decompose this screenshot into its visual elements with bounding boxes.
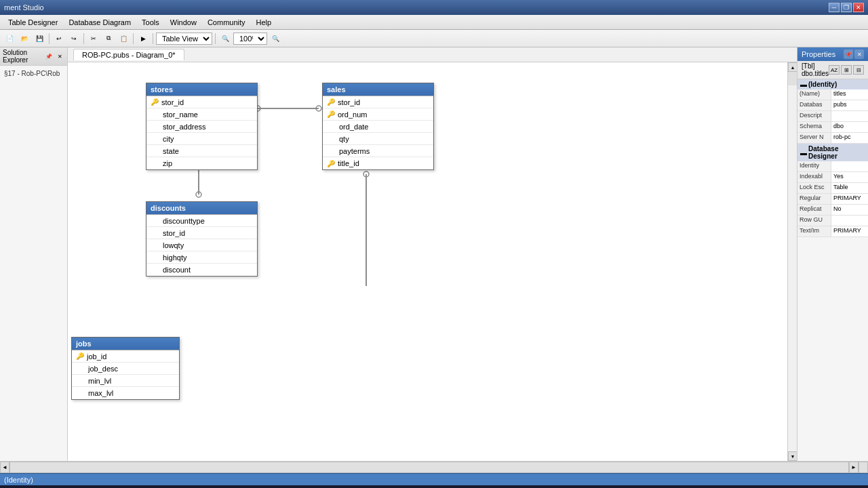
- scroll-left-button[interactable]: ◄: [0, 462, 9, 473]
- diagram-canvas[interactable]: stores 🔑 stor_id stor_name stor_address: [68, 62, 797, 461]
- prop-close[interactable]: ✕: [854, 49, 864, 59]
- minimize-button[interactable]: ─: [829, 3, 840, 12]
- left-panel-pin[interactable]: 📌: [44, 52, 54, 61]
- prop-value-name[interactable]: titles: [831, 89, 868, 100]
- prop-label-identity2: Identity: [797, 161, 831, 171]
- copy-button[interactable]: ⧉: [102, 32, 115, 45]
- key-icon: 🔑: [327, 98, 335, 106]
- menu-community[interactable]: Community: [202, 17, 251, 28]
- prop-value-lock-esc[interactable]: Table: [831, 183, 868, 193]
- prop-pages-button[interactable]: ⊟: [853, 65, 864, 75]
- restore-button[interactable]: ❐: [841, 3, 852, 12]
- new-button[interactable]: 📄: [3, 32, 16, 45]
- prop-row-textimage: Text/Im PRIMARY: [797, 226, 868, 237]
- diagram-tab-item[interactable]: ROB-PC.pubs - Diagram_0*: [73, 49, 184, 60]
- prop-pin[interactable]: 📌: [844, 49, 853, 59]
- prop-value-server[interactable]: rob-pc: [831, 133, 868, 143]
- zoom-select[interactable]: 100%: [233, 33, 267, 45]
- key-icon: 🔑: [151, 98, 159, 106]
- prop-value-indexable[interactable]: Yes: [831, 172, 868, 182]
- scroll-up-button[interactable]: ▲: [788, 62, 797, 72]
- scroll-thumb[interactable]: [788, 72, 797, 85]
- paste-button[interactable]: 📋: [117, 32, 130, 45]
- run-button[interactable]: ▶: [136, 32, 150, 45]
- save-button[interactable]: 💾: [33, 32, 46, 45]
- prop-sort-button[interactable]: AZ: [829, 65, 840, 75]
- jobs-table-header[interactable]: jobs: [72, 338, 179, 350]
- properties-header: Properties 📌 ✕: [797, 47, 868, 61]
- prop-row-replicated: Replicat No: [797, 205, 868, 216]
- key-icon: 🔑: [76, 352, 84, 360]
- prop-icon-group: AZ ⊞ ⊟: [829, 65, 864, 75]
- prop-value-description[interactable]: [831, 111, 868, 121]
- redo-button[interactable]: ↪: [67, 32, 81, 45]
- prop-value-textimage[interactable]: PRIMARY: [831, 226, 868, 237]
- diagram-tab-bar: ROB-PC.pubs - Diagram_0*: [68, 47, 797, 62]
- open-button[interactable]: 📂: [18, 32, 31, 45]
- status-text: (Identity): [4, 476, 33, 484]
- prop-row-name: (Name) titles: [797, 89, 868, 100]
- diagram-area: ROB-PC.pubs - Diagram_0*: [68, 47, 797, 461]
- prop-category-button[interactable]: ⊞: [841, 65, 852, 75]
- toolbar-sep-1: [49, 33, 50, 44]
- horizontal-scrollbar[interactable]: [9, 462, 849, 473]
- table-view-select[interactable]: Table View: [156, 33, 212, 45]
- prop-row-database: Databas pubs: [797, 100, 868, 111]
- prop-label-replicated: Replicat: [797, 205, 831, 215]
- left-panel-title: Solution Explorer: [3, 49, 44, 64]
- table-row: min_lvl: [72, 375, 179, 387]
- prop-value-schema[interactable]: dbo: [831, 122, 868, 132]
- scroll-down-button[interactable]: ▼: [788, 451, 797, 461]
- prop-section-db-designer[interactable]: ▬ Database Designer: [797, 144, 868, 161]
- menu-database-diagram[interactable]: Database Diagram: [63, 17, 136, 28]
- discounts-table-header[interactable]: discounts: [146, 202, 257, 214]
- discounts-table: discounts discounttype stor_id lowqty: [146, 201, 258, 277]
- menu-window[interactable]: Window: [165, 17, 202, 28]
- key-icon: 🔑: [327, 110, 335, 118]
- left-panel-header: Solution Explorer 📌 ✕: [0, 47, 67, 66]
- table-row: 🔑 stor_id: [323, 96, 433, 108]
- table-row: highqty: [146, 251, 257, 264]
- menu-table-designer[interactable]: Table Designer: [3, 17, 63, 28]
- prop-object-name: [Tbl] dbo.titles: [802, 62, 829, 77]
- table-row: state: [146, 145, 257, 157]
- zoom-out-button[interactable]: 🔍: [269, 32, 282, 45]
- toolbar-sep-4: [153, 33, 153, 44]
- discounts-table-body: discounttype stor_id lowqty highqty: [146, 214, 257, 276]
- cut-button[interactable]: ✂: [87, 32, 100, 45]
- table-row: stor_address: [146, 121, 257, 133]
- undo-button[interactable]: ↩: [52, 32, 66, 45]
- menu-tools[interactable]: Tools: [136, 17, 165, 28]
- prop-label-lock-esc: Lock Esc: [797, 183, 831, 193]
- solution-item[interactable]: §17 - Rob-PC\Rob: [3, 68, 64, 79]
- prop-value-database[interactable]: pubs: [831, 100, 868, 110]
- prop-label-rowguid: Row GU: [797, 216, 831, 226]
- window-controls[interactable]: ─ ❐ ✕: [829, 3, 864, 12]
- table-row: stor_name: [146, 108, 257, 121]
- toolbar-sep-3: [133, 33, 134, 44]
- left-panel-close[interactable]: ✕: [55, 52, 64, 61]
- table-row: 🔑 job_id: [72, 350, 179, 363]
- stores-table-header[interactable]: stores: [146, 83, 257, 96]
- prop-value-rowguid[interactable]: [831, 216, 868, 226]
- prop-section-identity[interactable]: ▬ (Identity): [797, 79, 868, 89]
- close-button[interactable]: ✕: [853, 3, 864, 12]
- prop-row-description: Descript: [797, 111, 868, 122]
- svg-point-7: [363, 171, 369, 177]
- corner-box: [859, 462, 868, 473]
- prop-sub-header: [Tbl] dbo.titles AZ ⊞ ⊟: [797, 61, 868, 79]
- menu-help[interactable]: Help: [251, 17, 277, 28]
- fk-icon: 🔑: [327, 160, 335, 167]
- scroll-right-button[interactable]: ►: [849, 462, 859, 473]
- table-row: lowqty: [146, 239, 257, 251]
- sales-table-header[interactable]: sales: [323, 83, 433, 96]
- section-collapse-icon: ▬: [800, 81, 807, 88]
- diagram-right-scrollbar[interactable]: ▲ ▼: [787, 62, 797, 461]
- sales-table-body: 🔑 stor_id 🔑 ord_num ord_date qty: [323, 96, 433, 169]
- prop-value-regular[interactable]: PRIMARY: [831, 194, 868, 204]
- prop-label-textimage: Text/Im: [797, 226, 831, 237]
- prop-value-identity2[interactable]: [831, 161, 868, 171]
- zoom-in-button[interactable]: 🔍: [218, 32, 232, 45]
- jobs-table-body: 🔑 job_id job_desc min_lvl max_lvl: [72, 350, 179, 399]
- prop-value-replicated[interactable]: No: [831, 205, 868, 215]
